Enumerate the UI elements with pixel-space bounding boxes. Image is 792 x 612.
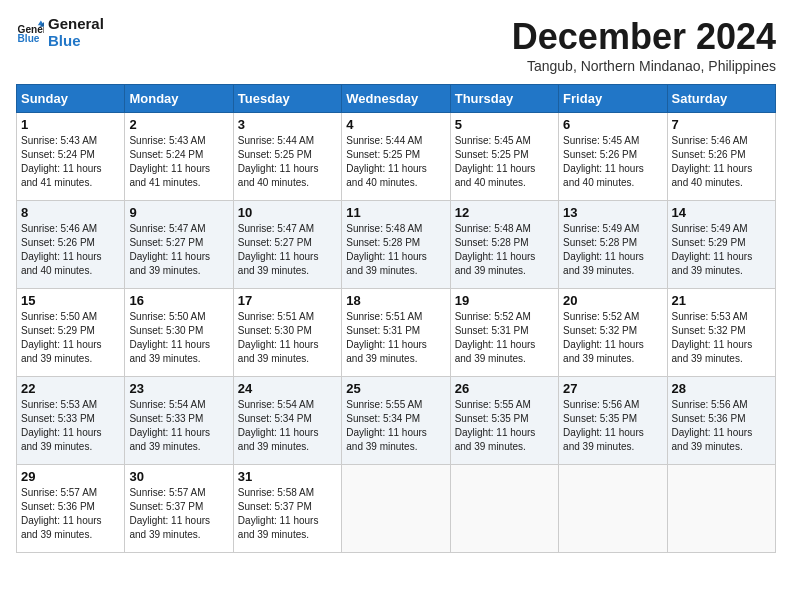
calendar-week-4: 22Sunrise: 5:53 AMSunset: 5:33 PMDayligh… [17,377,776,465]
calendar-cell [450,465,558,553]
calendar-cell [342,465,450,553]
day-number: 22 [21,381,120,396]
logo-line2: Blue [48,33,104,50]
day-info: Sunrise: 5:48 AMSunset: 5:28 PMDaylight:… [455,222,554,278]
day-info: Sunrise: 5:51 AMSunset: 5:30 PMDaylight:… [238,310,337,366]
calendar-cell: 11Sunrise: 5:48 AMSunset: 5:28 PMDayligh… [342,201,450,289]
calendar-cell: 29Sunrise: 5:57 AMSunset: 5:36 PMDayligh… [17,465,125,553]
day-info: Sunrise: 5:47 AMSunset: 5:27 PMDaylight:… [238,222,337,278]
day-header-thursday: Thursday [450,85,558,113]
calendar-cell [559,465,667,553]
day-info: Sunrise: 5:50 AMSunset: 5:30 PMDaylight:… [129,310,228,366]
calendar-cell: 23Sunrise: 5:54 AMSunset: 5:33 PMDayligh… [125,377,233,465]
day-info: Sunrise: 5:45 AMSunset: 5:25 PMDaylight:… [455,134,554,190]
title-block: December 2024 Tangub, Northern Mindanao,… [512,16,776,74]
day-number: 2 [129,117,228,132]
day-info: Sunrise: 5:54 AMSunset: 5:34 PMDaylight:… [238,398,337,454]
calendar-cell: 5Sunrise: 5:45 AMSunset: 5:25 PMDaylight… [450,113,558,201]
calendar-cell: 30Sunrise: 5:57 AMSunset: 5:37 PMDayligh… [125,465,233,553]
calendar-cell: 2Sunrise: 5:43 AMSunset: 5:24 PMDaylight… [125,113,233,201]
day-info: Sunrise: 5:47 AMSunset: 5:27 PMDaylight:… [129,222,228,278]
day-info: Sunrise: 5:49 AMSunset: 5:29 PMDaylight:… [672,222,771,278]
calendar-cell: 1Sunrise: 5:43 AMSunset: 5:24 PMDaylight… [17,113,125,201]
day-info: Sunrise: 5:44 AMSunset: 5:25 PMDaylight:… [238,134,337,190]
day-header-sunday: Sunday [17,85,125,113]
day-number: 5 [455,117,554,132]
calendar-cell: 14Sunrise: 5:49 AMSunset: 5:29 PMDayligh… [667,201,775,289]
calendar-cell: 28Sunrise: 5:56 AMSunset: 5:36 PMDayligh… [667,377,775,465]
day-number: 20 [563,293,662,308]
calendar-cell: 12Sunrise: 5:48 AMSunset: 5:28 PMDayligh… [450,201,558,289]
day-number: 28 [672,381,771,396]
calendar-cell: 20Sunrise: 5:52 AMSunset: 5:32 PMDayligh… [559,289,667,377]
day-info: Sunrise: 5:53 AMSunset: 5:33 PMDaylight:… [21,398,120,454]
day-number: 4 [346,117,445,132]
svg-text:Blue: Blue [18,33,40,44]
day-number: 17 [238,293,337,308]
day-info: Sunrise: 5:43 AMSunset: 5:24 PMDaylight:… [129,134,228,190]
calendar-cell: 6Sunrise: 5:45 AMSunset: 5:26 PMDaylight… [559,113,667,201]
calendar-table: SundayMondayTuesdayWednesdayThursdayFrid… [16,84,776,553]
calendar-cell: 16Sunrise: 5:50 AMSunset: 5:30 PMDayligh… [125,289,233,377]
calendar-week-3: 15Sunrise: 5:50 AMSunset: 5:29 PMDayligh… [17,289,776,377]
day-number: 13 [563,205,662,220]
day-number: 12 [455,205,554,220]
calendar-cell: 15Sunrise: 5:50 AMSunset: 5:29 PMDayligh… [17,289,125,377]
calendar-cell [667,465,775,553]
logo: General Blue General Blue [16,16,104,49]
location: Tangub, Northern Mindanao, Philippines [512,58,776,74]
day-number: 15 [21,293,120,308]
day-info: Sunrise: 5:50 AMSunset: 5:29 PMDaylight:… [21,310,120,366]
day-info: Sunrise: 5:55 AMSunset: 5:35 PMDaylight:… [455,398,554,454]
day-header-wednesday: Wednesday [342,85,450,113]
page-header: General Blue General Blue December 2024 … [16,16,776,74]
day-number: 24 [238,381,337,396]
day-header-saturday: Saturday [667,85,775,113]
day-info: Sunrise: 5:57 AMSunset: 5:37 PMDaylight:… [129,486,228,542]
calendar-cell: 19Sunrise: 5:52 AMSunset: 5:31 PMDayligh… [450,289,558,377]
calendar-header-row: SundayMondayTuesdayWednesdayThursdayFrid… [17,85,776,113]
calendar-cell: 21Sunrise: 5:53 AMSunset: 5:32 PMDayligh… [667,289,775,377]
day-number: 26 [455,381,554,396]
day-number: 18 [346,293,445,308]
day-number: 6 [563,117,662,132]
day-info: Sunrise: 5:49 AMSunset: 5:28 PMDaylight:… [563,222,662,278]
calendar-cell: 7Sunrise: 5:46 AMSunset: 5:26 PMDaylight… [667,113,775,201]
calendar-body: 1Sunrise: 5:43 AMSunset: 5:24 PMDaylight… [17,113,776,553]
day-header-tuesday: Tuesday [233,85,341,113]
day-number: 8 [21,205,120,220]
day-header-friday: Friday [559,85,667,113]
calendar-cell: 27Sunrise: 5:56 AMSunset: 5:35 PMDayligh… [559,377,667,465]
calendar-cell: 18Sunrise: 5:51 AMSunset: 5:31 PMDayligh… [342,289,450,377]
calendar-cell: 8Sunrise: 5:46 AMSunset: 5:26 PMDaylight… [17,201,125,289]
calendar-week-2: 8Sunrise: 5:46 AMSunset: 5:26 PMDaylight… [17,201,776,289]
day-info: Sunrise: 5:51 AMSunset: 5:31 PMDaylight:… [346,310,445,366]
day-info: Sunrise: 5:54 AMSunset: 5:33 PMDaylight:… [129,398,228,454]
day-number: 3 [238,117,337,132]
day-info: Sunrise: 5:55 AMSunset: 5:34 PMDaylight:… [346,398,445,454]
calendar-cell: 4Sunrise: 5:44 AMSunset: 5:25 PMDaylight… [342,113,450,201]
day-number: 27 [563,381,662,396]
day-number: 16 [129,293,228,308]
month-title: December 2024 [512,16,776,58]
day-number: 19 [455,293,554,308]
day-info: Sunrise: 5:48 AMSunset: 5:28 PMDaylight:… [346,222,445,278]
day-info: Sunrise: 5:44 AMSunset: 5:25 PMDaylight:… [346,134,445,190]
day-number: 9 [129,205,228,220]
day-info: Sunrise: 5:46 AMSunset: 5:26 PMDaylight:… [672,134,771,190]
day-info: Sunrise: 5:56 AMSunset: 5:35 PMDaylight:… [563,398,662,454]
calendar-cell: 10Sunrise: 5:47 AMSunset: 5:27 PMDayligh… [233,201,341,289]
day-info: Sunrise: 5:43 AMSunset: 5:24 PMDaylight:… [21,134,120,190]
day-number: 21 [672,293,771,308]
day-number: 14 [672,205,771,220]
day-info: Sunrise: 5:52 AMSunset: 5:31 PMDaylight:… [455,310,554,366]
day-number: 25 [346,381,445,396]
day-number: 23 [129,381,228,396]
calendar-cell: 31Sunrise: 5:58 AMSunset: 5:37 PMDayligh… [233,465,341,553]
day-number: 29 [21,469,120,484]
day-info: Sunrise: 5:46 AMSunset: 5:26 PMDaylight:… [21,222,120,278]
day-info: Sunrise: 5:52 AMSunset: 5:32 PMDaylight:… [563,310,662,366]
day-info: Sunrise: 5:57 AMSunset: 5:36 PMDaylight:… [21,486,120,542]
day-number: 31 [238,469,337,484]
day-info: Sunrise: 5:58 AMSunset: 5:37 PMDaylight:… [238,486,337,542]
